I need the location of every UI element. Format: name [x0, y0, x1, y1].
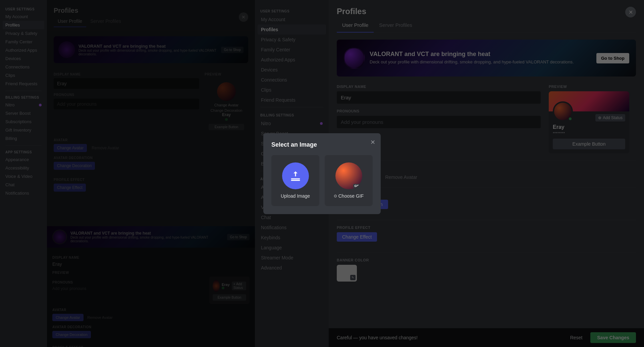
modal-overlay[interactable]: Select an Image ✕ Upload Image GIF ⊙ [0, 0, 644, 347]
upload-image-icon [282, 162, 309, 189]
gif-badge: GIF [353, 184, 361, 188]
gif-preview-icon: GIF [335, 162, 362, 189]
modal-options: Upload Image GIF ⊙ Choose GIF [271, 155, 373, 206]
gif-icon: ⊙ [334, 194, 337, 198]
select-image-modal: Select an Image ✕ Upload Image GIF ⊙ [263, 133, 381, 214]
modal-upload-option[interactable]: Upload Image [271, 155, 319, 206]
svg-rect-1 [291, 180, 300, 181]
modal-close-button[interactable]: ✕ [370, 139, 375, 146]
choose-gif-label: ⊙ Choose GIF [334, 193, 364, 199]
upload-image-label: Upload Image [281, 193, 310, 199]
modal-gif-option[interactable]: GIF ⊙ Choose GIF [325, 155, 373, 206]
svg-rect-0 [291, 178, 300, 179]
modal-title: Select an Image [271, 141, 373, 148]
